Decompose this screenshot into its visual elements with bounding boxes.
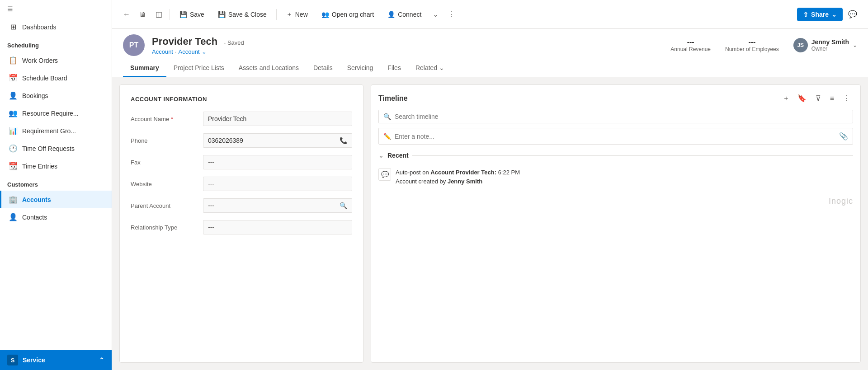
website-label: Website (131, 181, 203, 187)
owner-info: Jenny Smith Owner (811, 38, 849, 52)
owner-avatar: JS (793, 38, 808, 52)
form-row-parent-account: Parent Account --- 🔍 (131, 198, 352, 213)
share-icon: ⇧ (803, 11, 808, 18)
num-employees-meta: --- Number of Employees (725, 38, 779, 52)
more-options-button[interactable]: ⋮ (444, 7, 458, 21)
record-title-info: Provider Tech - Saved Account · Account … (152, 36, 663, 55)
timeline-search-bar: 🔍 (378, 110, 853, 123)
hamburger-button[interactable]: ☰ (0, 0, 112, 18)
time-off-icon: 🕐 (9, 144, 18, 153)
timeline-list-button[interactable]: ≡ (827, 93, 837, 104)
save-button[interactable]: 💾 Save (174, 8, 210, 21)
hamburger-icon: ☰ (7, 5, 13, 13)
sidebar-item-contacts[interactable]: 👤 Contacts (0, 208, 112, 226)
breadcrumb-account-link[interactable]: Account (152, 48, 173, 55)
timeline-item: 💬 Auto-post on Account Provider Tech: 6:… (378, 164, 853, 189)
sidebar-item-schedule-board[interactable]: 📅 Schedule Board (0, 69, 112, 87)
owner-role: Owner (811, 46, 849, 52)
save-close-label: Save & Close (228, 11, 267, 18)
sidebar-item-requirement-gro[interactable]: 📊 Requirement Gro... (0, 122, 112, 140)
timeline-account-bold: Account Provider Tech: (430, 169, 496, 176)
lookup-icon[interactable]: 🔍 (340, 202, 347, 209)
bookings-icon: 👤 (9, 91, 18, 100)
record-meta: --- Annual Revenue --- Number of Employe… (670, 38, 857, 52)
recent-header: ⌄ Recent (378, 152, 853, 159)
new-icon: ＋ (286, 10, 292, 19)
tab-summary[interactable]: Summary (123, 60, 166, 77)
timeline-add-button[interactable]: + (781, 93, 791, 104)
back-button[interactable]: ← (119, 8, 134, 21)
phone-dial-icon[interactable]: 📞 (340, 137, 347, 144)
form-row-phone: Phone 0362026389 📞 (131, 133, 352, 148)
org-chart-button[interactable]: 👥 Open org chart (316, 8, 380, 21)
form-view-button[interactable]: 🗎 (136, 8, 150, 21)
schedule-board-icon: 📅 (9, 74, 18, 82)
timeline-attachment-icon[interactable]: 📎 (839, 132, 848, 141)
owner-chevron-icon[interactable]: ⌄ (853, 42, 857, 48)
timeline-header: Timeline + 🔖 ⊽ ≡ ⋮ (378, 92, 853, 104)
tab-details[interactable]: Details (306, 60, 340, 77)
new-button[interactable]: ＋ New (280, 7, 314, 22)
chevron-down-button[interactable]: ⌄ (429, 7, 442, 21)
chat-button[interactable]: 💬 (844, 7, 861, 21)
accounts-icon: 🏢 (9, 195, 18, 204)
sidebar-time-off-label: Time Off Requests (22, 145, 75, 152)
account-name-input[interactable]: Provider Tech (203, 112, 352, 126)
tab-project-price-lists[interactable]: Project Price Lists (166, 60, 231, 77)
breadcrumb-account-type[interactable]: Account ⌄ (179, 48, 207, 55)
form-row-account-name: Account Name * Provider Tech (131, 112, 352, 126)
sidebar-customers-section: Customers (0, 175, 112, 191)
timeline-more-button[interactable]: ⋮ (840, 92, 853, 104)
sidebar-item-accounts[interactable]: 🏢 Accounts (0, 191, 112, 208)
sidebar-item-work-orders[interactable]: 📋 Work Orders (0, 52, 112, 69)
share-label: Share (811, 11, 829, 18)
timeline-item-text: Auto-post on Account Provider Tech: 6:22… (396, 168, 520, 186)
sidebar-dashboards-label: Dashboards (22, 23, 57, 31)
fax-input[interactable]: --- (203, 155, 352, 169)
breadcrumb-separator: · (175, 48, 177, 55)
work-orders-icon: 📋 (9, 56, 18, 65)
timeline-filter-button[interactable]: ⊽ (813, 92, 824, 104)
org-chart-icon: 👥 (321, 11, 329, 18)
relationship-type-label: Relationship Type (131, 224, 203, 231)
sidebar-item-time-off-requests[interactable]: 🕐 Time Off Requests (0, 140, 112, 157)
annual-revenue-value: --- (670, 38, 711, 46)
timeline-actions: + 🔖 ⊽ ≡ ⋮ (781, 92, 853, 104)
tab-related[interactable]: Related ⌄ (408, 60, 452, 77)
website-input[interactable]: --- (203, 177, 352, 191)
sidebar-requirement-gro-label: Requirement Gro... (22, 127, 76, 135)
timeline-time: 6:22 PM (498, 169, 520, 176)
tab-servicing[interactable]: Servicing (340, 60, 381, 77)
service-icon: S (7, 355, 18, 365)
resource-require-icon: 👥 (9, 109, 18, 117)
toolbar: ← 🗎 ◫ 💾 Save 💾 Save & Close ＋ New 👥 Open… (112, 0, 868, 29)
sidebar-item-bookings[interactable]: 👤 Bookings (0, 87, 112, 104)
sidebar-time-entries-label: Time Entries (22, 163, 57, 170)
relationship-type-input[interactable]: --- (203, 220, 352, 234)
timeline-item-icon: 💬 (378, 168, 391, 181)
timeline-bookmark-button[interactable]: 🔖 (795, 92, 809, 104)
dashboard-icon: ⊞ (9, 23, 18, 31)
save-close-button[interactable]: 💾 Save & Close (212, 8, 273, 21)
sidebar-accounts-label: Accounts (22, 196, 51, 203)
timeline-creator-bold: Jenny Smith (448, 178, 482, 185)
contacts-icon: 👤 (9, 213, 18, 221)
sidebar-item-dashboards[interactable]: ⊞ Dashboards (0, 18, 112, 36)
sidebar-item-resource-require[interactable]: 👥 Resource Require... (0, 104, 112, 122)
account-form-panel: ACCOUNT INFORMATION Account Name * Provi… (119, 84, 363, 363)
timeline-note-input[interactable] (395, 133, 835, 140)
timeline-search-input[interactable] (395, 113, 848, 120)
expand-button[interactable]: ◫ (152, 7, 166, 21)
related-chevron-icon: ⌄ (439, 64, 444, 71)
sidebar-item-time-entries[interactable]: 📆 Time Entries (0, 157, 112, 175)
parent-account-input[interactable]: --- 🔍 (203, 198, 352, 213)
sidebar-item-service[interactable]: S Service ⌃ (0, 350, 112, 370)
connect-button[interactable]: 👤 Connect (382, 8, 427, 21)
sidebar-contacts-label: Contacts (22, 214, 47, 221)
tab-assets-locations[interactable]: Assets and Locations (231, 60, 306, 77)
recent-chevron-icon[interactable]: ⌄ (378, 152, 384, 159)
recent-divider (412, 155, 853, 156)
tab-files[interactable]: Files (380, 60, 408, 77)
share-button[interactable]: ⇧ Share ⌄ (797, 8, 843, 21)
phone-input[interactable]: 0362026389 📞 (203, 133, 352, 148)
